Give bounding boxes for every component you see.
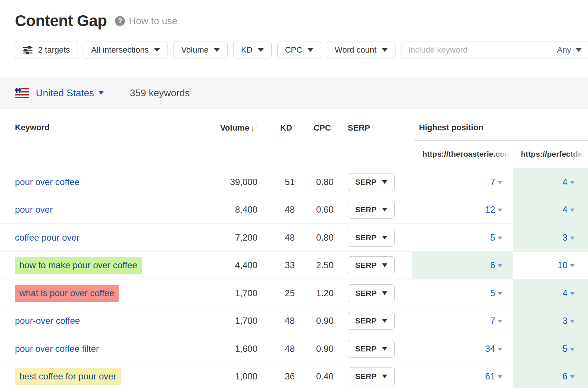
serp-dropdown-button[interactable]: SERP (348, 173, 395, 191)
position-dropdown[interactable]: 61 (485, 371, 502, 382)
kd-filter-label: KD (241, 45, 253, 55)
volume-filter-dropdown[interactable]: Volume (173, 41, 228, 59)
table-row: how to make pour over coffee 4,400 33 2.… (0, 252, 588, 280)
position-cell-target1: 61 (412, 363, 513, 388)
position-cell-target2: 10 (513, 252, 588, 279)
title-row: Content Gap ? How to use (15, 10, 588, 31)
kd-cell: 51 (257, 168, 295, 196)
keyword-cell: pour over coffee (0, 168, 201, 196)
cpc-cell: 0.80 (295, 224, 334, 251)
cpc-cell: 1.20 (295, 279, 334, 307)
position-dropdown[interactable]: 12 (485, 204, 502, 215)
serp-dropdown-button[interactable]: SERP (348, 256, 395, 274)
position-dropdown[interactable]: 6 (563, 371, 575, 382)
position-dropdown[interactable]: 10 (557, 260, 575, 270)
volume-cell: 8,400 (201, 196, 257, 224)
table-row: coffee pour over 7,200 48 0.80 SERP 5 3 (0, 224, 588, 252)
position-dropdown[interactable]: 34 (485, 344, 502, 354)
position-cell-target1: 7 (412, 168, 513, 196)
position-dropdown[interactable]: 3 (563, 232, 575, 243)
targets-button[interactable]: 2 targets (15, 41, 78, 59)
position-dropdown[interactable]: 5 (490, 232, 502, 243)
position-cell-target2: 3 (513, 224, 588, 251)
caret-down-icon (498, 348, 502, 351)
kd-cell: 48 (257, 335, 295, 363)
position-value: 5 (490, 288, 495, 298)
serp-cell: SERP (334, 307, 412, 335)
keyword-link[interactable]: pour over (15, 204, 53, 215)
table-row: pour over coffee 39,000 51 0.80 SERP 7 4 (0, 168, 588, 196)
position-dropdown[interactable]: 5 (490, 288, 502, 298)
serp-dropdown-button[interactable]: SERP (348, 367, 395, 385)
column-header-cpc[interactable]: CPCi (295, 109, 334, 168)
caret-down-icon (570, 292, 575, 295)
position-dropdown[interactable]: 5 (563, 344, 575, 354)
kd-cell: 48 (257, 224, 295, 251)
kd-cell: 25 (257, 279, 295, 307)
serp-dropdown-button[interactable]: SERP (348, 201, 395, 219)
caret-down-icon (576, 48, 582, 52)
caret-down-icon (498, 209, 502, 212)
caret-down-icon (382, 236, 387, 240)
position-dropdown[interactable]: 4 (563, 204, 575, 215)
volume-filter-label: Volume (181, 45, 209, 55)
how-to-use-link[interactable]: ? How to use (115, 15, 177, 27)
kd-filter-dropdown[interactable]: KD (233, 41, 272, 59)
position-value: 3 (563, 232, 567, 243)
keyword-link[interactable]: coffee pour over (15, 232, 79, 243)
position-value: 34 (485, 344, 495, 354)
caret-down-icon (382, 319, 387, 323)
match-mode-label: Any (557, 45, 571, 55)
position-cell-target1: 12 (412, 196, 513, 224)
serp-cell: SERP (334, 196, 412, 224)
column-header-serp[interactable]: SERPi (334, 109, 412, 168)
include-keyword-input[interactable] (401, 41, 557, 59)
keyword-link[interactable]: pour over coffee filter (15, 344, 99, 354)
position-dropdown[interactable]: 7 (490, 316, 502, 326)
sliders-icon (23, 45, 33, 55)
keyword-cell: best coffee for pour over (0, 363, 201, 388)
match-mode-select[interactable]: Any (557, 45, 582, 55)
caret-down-icon (570, 237, 575, 240)
position-cell-target2: 4 (513, 279, 588, 307)
keyword-link[interactable]: how to make pour over coffee (15, 257, 142, 274)
cpc-filter-dropdown[interactable]: CPC (277, 41, 321, 59)
country-name: United States (36, 87, 94, 99)
position-dropdown[interactable]: 6 (490, 260, 502, 270)
position-dropdown[interactable]: 4 (563, 177, 575, 187)
caret-down-icon (498, 264, 502, 267)
intersections-dropdown[interactable]: All intersections (84, 41, 168, 59)
keyword-cell: pour-over coffee (0, 307, 201, 335)
word-count-dropdown[interactable]: Word count (327, 41, 395, 59)
target2-url: https://perfectdailygrind.com (521, 150, 588, 159)
keyword-link[interactable]: what is pour over coffee (15, 285, 119, 302)
position-value: 4 (563, 288, 567, 298)
position-value: 12 (485, 204, 495, 215)
position-value: 7 (490, 177, 495, 187)
targets-button-label: 2 targets (38, 45, 70, 55)
position-value: 4 (563, 204, 567, 215)
serp-button-label: SERP (355, 344, 376, 353)
position-dropdown[interactable]: 7 (490, 177, 502, 187)
caret-down-icon (570, 209, 575, 212)
keyword-link[interactable]: pour over coffee (15, 177, 79, 187)
serp-dropdown-button[interactable]: SERP (348, 229, 395, 247)
serp-dropdown-button[interactable]: SERP (348, 284, 395, 302)
serp-button-label: SERP (355, 261, 376, 270)
position-dropdown[interactable]: 3 (563, 316, 575, 326)
keyword-link[interactable]: best coffee for pour over (15, 368, 121, 385)
keyword-link[interactable]: pour-over coffee (15, 316, 80, 326)
column-header-kd[interactable]: KDi (257, 109, 295, 168)
serp-dropdown-button[interactable]: SERP (348, 312, 395, 330)
position-cell-target1: 34 (412, 335, 513, 363)
include-keyword-box: Any (401, 41, 588, 59)
country-selector[interactable]: United States (36, 87, 104, 99)
column-header-volume[interactable]: Volume↓i (201, 109, 257, 168)
serp-dropdown-button[interactable]: SERP (348, 340, 395, 358)
volume-cell: 7,200 (201, 224, 257, 251)
position-dropdown[interactable]: 4 (563, 288, 575, 298)
highest-position-label: Highest position (412, 123, 588, 132)
caret-down-icon (382, 263, 387, 267)
caret-down-icon (258, 48, 264, 52)
word-count-label: Word count (335, 45, 376, 55)
